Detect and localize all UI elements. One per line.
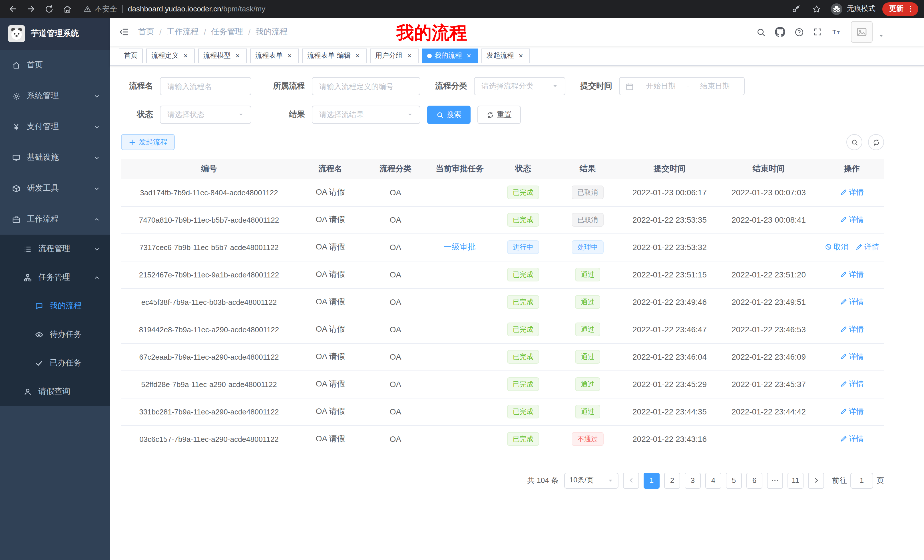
detail-action-link[interactable]: 详情 — [840, 434, 864, 444]
sidebar-item-2[interactable]: 支付管理 — [0, 111, 110, 142]
create-process-button[interactable]: 发起流程 — [121, 134, 175, 150]
pager-page-5[interactable]: 5 — [726, 472, 742, 488]
tab-close-icon[interactable]: × — [234, 52, 242, 60]
result-filter-select[interactable]: 请选择流结果 — [312, 106, 420, 124]
cancel-action-link[interactable]: 取消 — [824, 242, 848, 252]
pager-more-button[interactable] — [767, 472, 783, 488]
hamburger-icon[interactable] — [119, 27, 129, 37]
cell-actions: 详情 — [819, 261, 884, 288]
filter-row-1: 流程名 所属流程 流程分类 请选择流程分类 提交时间 开始日期 - 结束日期 — [121, 77, 884, 95]
breadcrumb-item-3: 我的流程 — [255, 27, 288, 37]
cell-submit-time: 2022-01-22 23:49:46 — [621, 288, 718, 316]
caret-down-icon[interactable] — [878, 33, 884, 39]
result-tag: 已取消 — [572, 186, 604, 199]
detail-action-link[interactable]: 详情 — [855, 242, 879, 252]
sidebar-item-4[interactable]: 研发工具 — [0, 173, 110, 204]
detail-action-link[interactable]: 详情 — [840, 215, 864, 225]
sidebar-item-6[interactable]: 流程管理 — [0, 235, 110, 263]
tab-close-icon[interactable]: × — [517, 52, 525, 60]
column-header-3: 当前审批任务 — [427, 159, 492, 179]
search-icon[interactable] — [756, 27, 766, 37]
tab-1[interactable]: 流程定义× — [146, 48, 195, 63]
toggle-search-button[interactable] — [846, 134, 862, 150]
sidebar-item-8[interactable]: 我的流程 — [0, 292, 110, 320]
tab-0[interactable]: 首页 — [119, 48, 143, 63]
help-icon[interactable] — [794, 27, 804, 37]
detail-action-link[interactable]: 详情 — [840, 187, 864, 198]
goto-page-input[interactable] — [850, 472, 873, 488]
cell-result: 已取消 — [554, 206, 621, 234]
action-label: 详情 — [849, 270, 864, 280]
breadcrumb-item-2[interactable]: 任务管理 — [211, 27, 243, 37]
category-filter-select[interactable]: 请选择流程分类 — [474, 77, 566, 95]
cell-process-name: OA 请假 — [297, 179, 364, 206]
detail-action-link[interactable]: 详情 — [840, 324, 864, 334]
sidebar-item-5[interactable]: 工作流程 — [0, 204, 110, 235]
security-chip[interactable]: 不安全 — [83, 4, 117, 14]
home-icon[interactable] — [60, 2, 74, 16]
sidebar-item-11[interactable]: 请假查询 — [0, 377, 110, 406]
tab-4[interactable]: 流程表单-编辑× — [302, 48, 367, 63]
tab-close-icon[interactable]: × — [465, 52, 473, 60]
fullscreen-icon[interactable] — [813, 27, 822, 36]
reset-button[interactable]: 重置 — [477, 106, 521, 124]
status-tag: 已完成 — [507, 350, 539, 364]
current-task-link[interactable]: 一级审批 — [444, 242, 476, 251]
tab-close-icon[interactable]: × — [354, 52, 362, 60]
github-icon[interactable] — [775, 27, 785, 37]
tab-close-icon[interactable]: × — [182, 52, 190, 60]
name-filter-input[interactable] — [160, 77, 251, 95]
sidebar-item-3[interactable]: 基础设施 — [0, 142, 110, 173]
tab-close-icon[interactable]: × — [405, 52, 414, 60]
fontsize-icon[interactable]: TT — [831, 27, 842, 37]
browser-menu-icon[interactable] — [905, 2, 915, 16]
reload-icon[interactable] — [42, 2, 56, 16]
breadcrumb: 首页/工作流程/任务管理/我的流程 — [138, 27, 288, 37]
table-toolbar: 发起流程 — [121, 134, 884, 150]
page-size-select[interactable]: 10条/页 — [564, 472, 618, 488]
pager-page-4[interactable]: 4 — [705, 472, 721, 488]
address-bar[interactable]: 不安全 dashboard.yudao.iocoder.cn/bpm/task/… — [83, 4, 780, 14]
refresh-table-button[interactable] — [868, 134, 884, 150]
detail-action-link[interactable]: 详情 — [840, 270, 864, 280]
breadcrumb-item-0[interactable]: 首页 — [138, 27, 154, 37]
update-button[interactable]: 更新 — [882, 2, 918, 16]
pager-prev-button[interactable] — [623, 472, 639, 488]
detail-action-link[interactable]: 详情 — [840, 297, 864, 307]
detail-action-link[interactable]: 详情 — [840, 406, 864, 417]
detail-action-link[interactable]: 详情 — [840, 352, 864, 362]
avatar[interactable] — [851, 21, 873, 43]
forward-icon[interactable] — [24, 2, 38, 16]
sidebar-item-0[interactable]: 首页 — [0, 49, 110, 81]
sidebar-item-7[interactable]: 任务管理 — [0, 263, 110, 292]
cell-process-name: OA 请假 — [297, 234, 364, 261]
sidebar-item-10[interactable]: 已办任务 — [0, 349, 110, 377]
pager-page-2[interactable]: 2 — [664, 472, 680, 488]
back-icon[interactable] — [6, 2, 20, 16]
sidebar-item-1[interactable]: 系统管理 — [0, 81, 110, 111]
tab-close-icon[interactable]: × — [285, 52, 294, 60]
tab-2[interactable]: 流程模型× — [198, 48, 247, 63]
tab-6[interactable]: 我的流程× — [422, 48, 478, 63]
pager-page-1[interactable]: 1 — [644, 472, 660, 488]
status-filter-select[interactable]: 请选择状态 — [160, 106, 251, 124]
process-filter-input[interactable] — [312, 77, 420, 95]
pager-next-button[interactable] — [808, 472, 824, 488]
password-key-icon[interactable] — [789, 2, 803, 16]
cell-current-task — [427, 398, 492, 425]
tab-7[interactable]: 发起流程× — [482, 48, 530, 63]
pager-page-6[interactable]: 6 — [746, 472, 762, 488]
sidebar-item-9[interactable]: 待办任务 — [0, 320, 110, 349]
search-button[interactable]: 搜索 — [427, 106, 471, 124]
breadcrumb-item-1[interactable]: 工作流程 — [167, 27, 199, 37]
tab-5[interactable]: 用户分组× — [370, 48, 418, 63]
bookmark-star-icon[interactable] — [810, 2, 824, 16]
action-label: 详情 — [849, 434, 864, 444]
tab-3[interactable]: 流程表单× — [250, 48, 298, 63]
pager-page-11[interactable]: 11 — [788, 472, 804, 488]
time-range-picker[interactable]: 开始日期 - 结束日期 — [619, 77, 745, 95]
cell-category: OA — [364, 316, 427, 343]
action-label: 详情 — [849, 215, 864, 225]
pager-page-3[interactable]: 3 — [685, 472, 701, 488]
detail-action-link[interactable]: 详情 — [840, 379, 864, 389]
